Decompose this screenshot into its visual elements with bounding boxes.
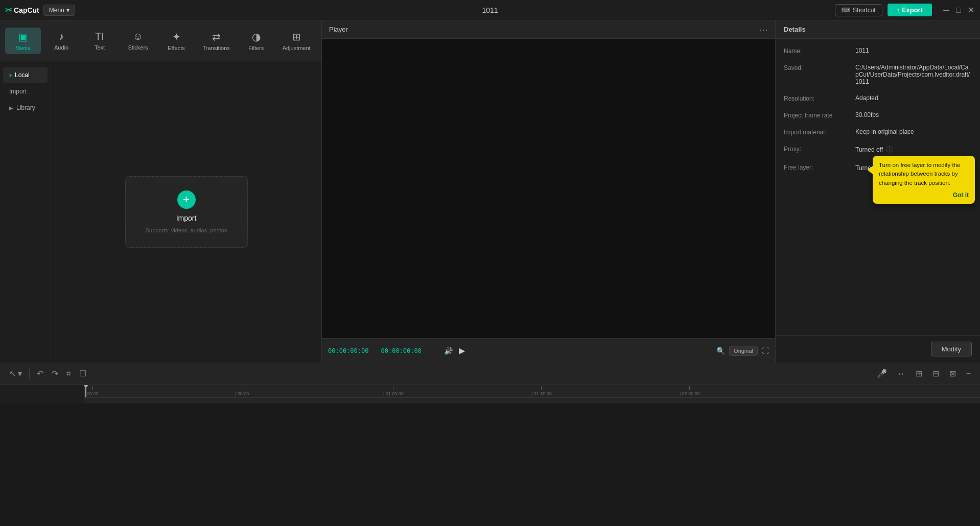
sidebar-label-library: Library — [16, 104, 35, 111]
keyboard-icon: ⌨ — [842, 7, 850, 14]
toolbar-label-transitions: Transitions — [202, 45, 229, 51]
info-icon-5[interactable]: ⓘ — [886, 145, 893, 154]
maximize-button[interactable]: □ — [954, 6, 963, 14]
detail-row-5: Proxy:Turned offⓘ — [784, 145, 972, 154]
media-icon: ▣ — [18, 31, 28, 43]
toolbar-label-audio: Audio — [54, 44, 68, 51]
detail-row-3: Project frame rate30.00fps — [784, 111, 972, 119]
timeline-toolbar: ↖ ▾↶↷⌗☐🎤↔⊞⊟⊠− — [0, 363, 980, 385]
detail-label-6: Free layer: — [784, 163, 850, 171]
sidebar-item-local[interactable]: ▾Local — [3, 67, 48, 83]
title-bar: ✂ CapCut Menu ▾ 1011 ⌨ Shortcut ↑ Export… — [0, 0, 980, 20]
timeline-left-gutter — [0, 385, 84, 403]
timeline-right-tool-magnet[interactable]: ⊞ — [913, 367, 925, 380]
title-bar-left: ✂ CapCut Menu ▾ — [5, 5, 75, 16]
details-footer: Modify — [776, 335, 980, 363]
toolbar-item-filters[interactable]: ◑Filters — [238, 28, 274, 54]
search-player-icon[interactable]: 🔍 — [716, 347, 725, 355]
tooltip-text: Turn on free layer to modify the relatio… — [879, 161, 969, 187]
tooltip-tail — [868, 166, 873, 174]
nav-arrow-icon-local: ▾ — [9, 73, 12, 78]
timeline-right-tool-link[interactable]: ↔ — [894, 367, 908, 380]
export-button[interactable]: ↑ Export — [888, 4, 932, 16]
stickers-icon: ☺ — [133, 31, 143, 42]
import-box[interactable]: + Import Supports: videos, audios, photo… — [125, 176, 248, 248]
minimize-button[interactable]: ─ — [942, 6, 950, 14]
player-more-icon[interactable]: ⋯ — [759, 24, 768, 35]
timeline-right-tool-zoom_out[interactable]: − — [963, 367, 974, 380]
shortcut-button[interactable]: ⌨ Shortcut — [835, 4, 882, 16]
timeline-right-tool-mic[interactable]: 🎤 — [874, 367, 890, 380]
timeline-right-tool-align[interactable]: ⊠ — [946, 367, 959, 380]
detail-row-4: Import material:Keep in original place — [784, 128, 972, 136]
play-button[interactable]: ▶ — [459, 346, 465, 355]
details-header: Details — [776, 20, 980, 39]
timeline-tool-select[interactable]: ↖ ▾ — [6, 367, 25, 380]
timeline-right-tools: 🎤↔⊞⊟⊠− — [874, 367, 974, 380]
total-time: 00:00:00:00 — [381, 347, 421, 354]
timeline-main: 00:00| 30:00| 01:00:00| 01:30:00| 02:00:… — [84, 385, 980, 403]
modify-button[interactable]: Modify — [931, 342, 972, 356]
filters-icon: ◑ — [252, 31, 261, 43]
adjustment-icon: ⊞ — [292, 31, 301, 43]
left-content: ▾LocalImport▶Library + Import Supports: … — [0, 61, 321, 363]
fullscreen-icon[interactable]: ⛶ — [762, 347, 769, 355]
transitions-icon: ⇄ — [212, 31, 221, 43]
toolbar-item-effects[interactable]: ✦Effects — [158, 28, 194, 54]
detail-label-1: Saved: — [784, 64, 850, 71]
tooltip-bubble: Turn on free layer to modify the relatio… — [873, 156, 975, 204]
timeline-tool-split[interactable]: ⌗ — [63, 367, 74, 380]
timeline-left-tools: ↖ ▾↶↷⌗☐ — [6, 367, 89, 380]
menu-label: Menu — [49, 7, 64, 14]
close-button[interactable]: ✕ — [967, 6, 975, 14]
got-it-button[interactable]: Got it — [879, 192, 969, 199]
ruler-label: | 01:30:00 — [531, 391, 552, 396]
detail-value-0: 1011 — [855, 47, 972, 54]
audio-icon: ♪ — [59, 31, 64, 42]
detail-value-text-2: Adapted — [855, 94, 878, 102]
original-zoom-button[interactable]: Original — [729, 346, 758, 356]
effects-icon: ✦ — [172, 31, 181, 43]
toolbar-label-media: Media — [15, 45, 31, 51]
timeline-tool-redo[interactable]: ↷ — [49, 367, 61, 380]
toolbar-label-effects: Effects — [168, 45, 184, 51]
toolbar-label-text: Text — [95, 44, 105, 51]
toolbar-item-media[interactable]: ▣Media — [5, 28, 41, 54]
timeline-ruler: 00:00| 30:00| 01:00:00| 01:30:00| 02:00:… — [84, 385, 980, 397]
ruler-tick — [393, 386, 393, 390]
player-controls: 00:00:00:00 00:00:00:00 🔊 ▶ 🔍 Original ⛶ — [322, 338, 775, 363]
toolbar-item-transitions[interactable]: ⇄Transitions — [197, 28, 236, 54]
toolbar-item-adjustment[interactable]: ⊞Adjustment — [276, 28, 316, 54]
sidebar-item-library[interactable]: ▶Library — [3, 100, 48, 115]
ruler-mark---02-00-00: | 02:00:00 — [680, 386, 700, 396]
timeline-tool-delete[interactable]: ☐ — [76, 367, 89, 380]
import-plus-icon: + — [177, 190, 196, 209]
toolbar-item-stickers[interactable]: ☺Stickers — [120, 28, 156, 54]
current-time: 00:00:00:00 — [328, 347, 368, 354]
import-label: Import — [176, 214, 197, 222]
toolbar-item-audio[interactable]: ♪Audio — [43, 28, 79, 54]
toolbar-label-adjustment: Adjustment — [283, 45, 311, 51]
nav-arrow-icon-library: ▶ — [9, 105, 13, 111]
detail-row-0: Name:1011 — [784, 47, 972, 55]
details-title: Details — [784, 26, 806, 33]
sidebar-label-import: Import — [9, 88, 27, 95]
ruler-label: 00:00 — [87, 391, 99, 396]
menu-button[interactable]: Menu ▾ — [43, 5, 75, 16]
volume-icon[interactable]: 🔊 — [444, 347, 453, 355]
detail-label-4: Import material: — [784, 128, 850, 136]
detail-row-1: Saved:C:/Users/Administrator/AppData/Loc… — [784, 64, 972, 85]
shortcut-label: Shortcut — [853, 7, 876, 14]
import-area: + Import Supports: videos, audios, photo… — [51, 61, 321, 363]
toolbar-item-text[interactable]: TIText — [82, 28, 118, 54]
sidebar-item-import[interactable]: Import — [3, 84, 48, 99]
player-header: Player ⋯ — [322, 20, 775, 39]
player-viewport — [322, 39, 775, 338]
main-area: ▣Media♪AudioTIText☺Stickers✦Effects⇄Tran… — [0, 20, 980, 363]
timeline-right-tool-snap[interactable]: ⊟ — [929, 367, 942, 380]
detail-label-0: Name: — [784, 47, 850, 55]
timeline-tool-undo[interactable]: ↶ — [34, 367, 46, 380]
tl-separator-1 — [29, 369, 30, 379]
timeline-scrollbar[interactable] — [84, 397, 980, 403]
playhead[interactable] — [85, 385, 86, 397]
